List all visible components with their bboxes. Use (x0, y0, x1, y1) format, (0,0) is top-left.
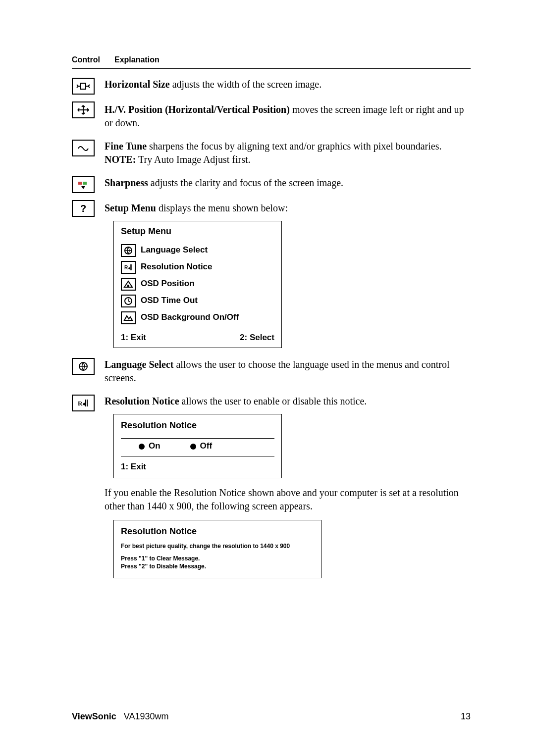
setup-menu-title: Setup Menu (114, 221, 281, 242)
globe-icon (72, 358, 95, 375)
language-select-text: Language Select allows the user to choos… (105, 358, 471, 385)
hv-position-icon (72, 101, 95, 118)
resolution-icon: R⬥ (72, 395, 95, 411)
svg-text:R⬥: R⬥ (124, 265, 131, 270)
globe-icon (121, 244, 136, 257)
svg-rect-0 (78, 182, 82, 185)
osd-position-icon (121, 278, 136, 291)
fine-tune-text: Fine Tune sharpens the focus by aligning… (105, 140, 471, 153)
horizontal-size-text: Horizontal Size adjusts the width of the… (105, 78, 471, 91)
setup-menu-icon: ? (72, 200, 95, 217)
footer-page: 13 (461, 710, 471, 722)
svg-text:?: ? (80, 203, 86, 214)
resolution-notice-message-panel: Resolution Notice For best picture quali… (113, 520, 321, 578)
setup-menu-text: Setup Menu displays the menu shown below… (105, 202, 471, 215)
svg-rect-5 (127, 285, 129, 287)
horizontal-size-icon (72, 78, 95, 95)
svg-rect-1 (83, 182, 87, 185)
footer-model: VA1930wm (124, 711, 169, 721)
hv-position-text: H./V. Position (Horizontal/Vertical Posi… (105, 103, 471, 130)
header-explanation: Explanation (114, 54, 160, 65)
sharpness-icon (72, 176, 95, 193)
menu-item-language: Language Select (114, 242, 281, 259)
fine-tune-icon (72, 140, 95, 156)
table-header: Control Explanation (72, 54, 471, 69)
fine-tune-note: NOTE: Try Auto Image Adjust first. (105, 153, 471, 166)
resolution-icon: R⬥ (121, 261, 136, 274)
message-hint1: Press "1" to Clear Message. (121, 555, 314, 563)
menu-item-osd-background: OSD Background On/Off (114, 309, 281, 328)
resolution-notice-text: Resolution Notice allows the user to ena… (105, 395, 471, 408)
menu-item-resolution: R⬥ Resolution Notice (114, 259, 281, 276)
message-hint2: Press "2" to Disable Message. (121, 563, 314, 571)
menu-item-osd-position: OSD Position (114, 276, 281, 293)
svg-text:R⬥: R⬥ (78, 400, 86, 407)
setup-menu-panel: Setup Menu Language Select R⬥ Resolution… (113, 221, 282, 348)
radio-on: On (139, 441, 160, 452)
resolution-notice-title: Resolution Notice (114, 414, 281, 435)
radio-off: Off (190, 441, 213, 452)
clock-icon (121, 295, 136, 307)
footer-brand: ViewSonic (72, 711, 116, 721)
header-control: Control (72, 54, 107, 65)
page-footer: ViewSonic VA1930wm 13 (72, 710, 471, 722)
message-body: For best picture quality, change the res… (121, 542, 314, 550)
setup-menu-footer: 1: Exit 2: Select (114, 328, 281, 348)
message-title: Resolution Notice (121, 525, 314, 537)
mountain-icon (121, 311, 136, 324)
resolution-notice-panel: Resolution Notice On Off 1: Exit (113, 414, 282, 478)
sharpness-text: Sharpness adjusts the clarity and focus … (105, 176, 471, 190)
resolution-notice-after-text: If you enable the Resolution Notice show… (105, 486, 471, 513)
menu-item-osd-timeout: OSD Time Out (114, 293, 281, 309)
resolution-notice-footer: 1: Exit (114, 459, 281, 478)
